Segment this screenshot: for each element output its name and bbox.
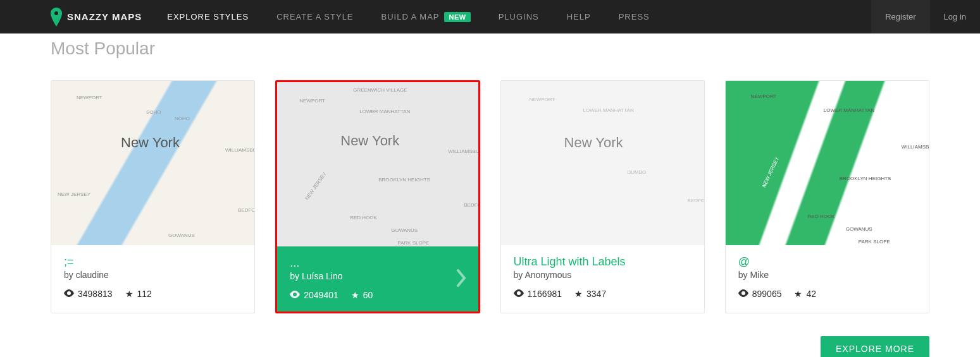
star-icon: ★ [125, 289, 133, 299]
favorites-count: 3347 [586, 289, 606, 299]
eye-icon [738, 289, 748, 299]
card-title: ... [290, 257, 465, 270]
map-preview: NEWPORT LOWER MANHATTAN WILLIAMSBU BROOK… [726, 81, 929, 245]
favorites-count: 60 [363, 290, 373, 300]
section-title: Most Popular [51, 39, 929, 59]
views-stat: 3498813 [64, 289, 113, 299]
card-body: ... by Luísa Lino 2049401 ★ 60 [277, 246, 478, 312]
views-count: 899065 [752, 289, 782, 299]
card-author: by Anonymous [514, 270, 692, 280]
nav-help[interactable]: HELP [567, 12, 591, 21]
explore-row: EXPLORE MORE [51, 336, 929, 357]
nav-explore-styles[interactable]: EXPLORE STYLES [167, 12, 249, 21]
views-count: 2049401 [304, 290, 338, 300]
svg-point-0 [54, 11, 58, 15]
views-stat: 1166981 [514, 289, 562, 299]
card-stats: 2049401 ★ 60 [290, 290, 465, 300]
card-stats: 1166981 ★ 3347 [514, 289, 692, 299]
card-author: by claudine [64, 270, 242, 280]
style-card[interactable]: New York NEWPORT LOWER MANHATTAN DUMBO B… [500, 80, 705, 313]
nav-create-style[interactable]: CREATE A STYLE [276, 12, 353, 21]
card-body: ;= by claudine 3498813 ★ 112 [51, 245, 254, 310]
favorites-count: 112 [137, 289, 152, 299]
card-title: Ultra Light with Labels [514, 255, 692, 269]
map-preview: New York NEWPORT LOWER MANHATTAN DUMBO B… [501, 81, 704, 245]
style-card[interactable]: New York NEWPORT GREENWICH VILLAGE LOWER… [275, 80, 480, 313]
nav-plugins[interactable]: PLUGINS [499, 12, 539, 21]
style-card[interactable]: NEWPORT LOWER MANHATTAN WILLIAMSBU BROOK… [725, 80, 929, 313]
pin-icon [51, 8, 62, 27]
cards-row: New York NEWPORT SOHO NOHO WILLIAMSBU NE… [51, 80, 929, 313]
card-title: @ [738, 255, 916, 269]
favorites-stat: ★ 60 [351, 290, 373, 300]
eye-icon [290, 290, 300, 300]
explore-more-button[interactable]: EXPLORE MORE [821, 336, 929, 357]
card-stats: 899065 ★ 42 [738, 289, 916, 299]
nav-press[interactable]: PRESS [619, 12, 650, 21]
favorites-stat: ★ 42 [794, 289, 816, 299]
favorites-count: 42 [806, 289, 816, 299]
nav-build-map[interactable]: BUILD A MAP NEW [381, 12, 471, 22]
views-count: 1166981 [528, 289, 562, 299]
star-icon: ★ [351, 290, 359, 300]
map-city-label: New York [564, 135, 623, 151]
nav-auth: Register Log in [871, 0, 980, 33]
card-body: @ by Mike 899065 ★ 42 [726, 245, 929, 310]
register-link[interactable]: Register [871, 0, 929, 33]
map-preview: New York NEWPORT GREENWICH VILLAGE LOWER… [277, 82, 478, 246]
star-icon: ★ [794, 289, 802, 299]
views-stat: 2049401 [290, 290, 338, 300]
nav-build-map-label: BUILD A MAP [381, 12, 440, 21]
card-author: by Luísa Lino [290, 271, 465, 281]
favorites-stat: ★ 112 [125, 289, 152, 299]
logo-text: SNAZZY MAPS [67, 11, 142, 22]
card-author: by Mike [738, 270, 916, 280]
nav-links: EXPLORE STYLES CREATE A STYLE BUILD A MA… [167, 12, 871, 22]
login-link[interactable]: Log in [930, 0, 980, 33]
chevron-right-icon [456, 269, 467, 289]
map-city-label: New York [121, 135, 180, 151]
content: Most Popular New York NEWPORT SOHO NOHO … [0, 39, 980, 357]
map-preview: New York NEWPORT SOHO NOHO WILLIAMSBU NE… [51, 81, 254, 245]
star-icon: ★ [574, 289, 583, 299]
new-badge: NEW [444, 12, 470, 22]
eye-icon [514, 289, 524, 299]
views-stat: 899065 [738, 289, 782, 299]
views-count: 3498813 [78, 289, 113, 299]
logo[interactable]: SNAZZY MAPS [51, 8, 142, 27]
navbar: SNAZZY MAPS EXPLORE STYLES CREATE A STYL… [0, 0, 980, 33]
style-card[interactable]: New York NEWPORT SOHO NOHO WILLIAMSBU NE… [51, 80, 255, 313]
card-title: ;= [64, 255, 242, 269]
eye-icon [64, 289, 74, 299]
card-body: Ultra Light with Labels by Anonymous 116… [501, 245, 704, 310]
map-city-label: New York [340, 133, 399, 149]
card-stats: 3498813 ★ 112 [64, 289, 242, 299]
favorites-stat: ★ 3347 [574, 289, 606, 299]
